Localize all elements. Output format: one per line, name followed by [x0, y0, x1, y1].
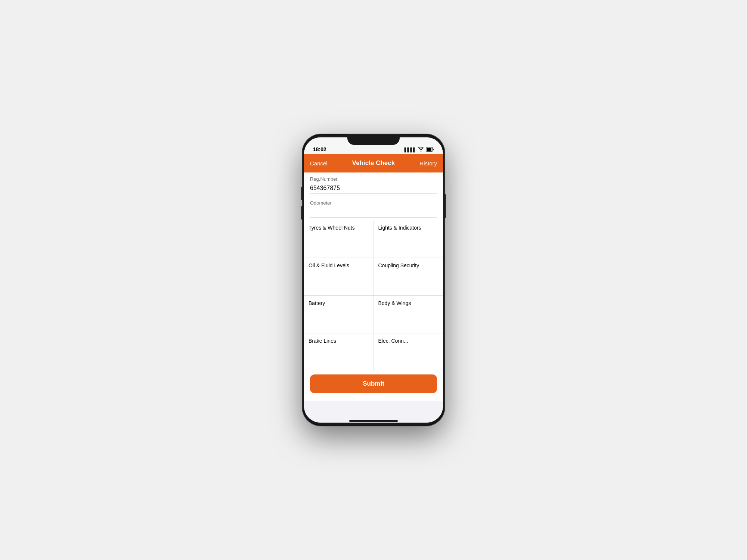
check-cell-battery[interactable]: Battery — [304, 296, 374, 333]
check-cell-coupling[interactable]: Coupling Security — [374, 258, 443, 295]
check-cell-battery-label: Battery — [309, 300, 325, 306]
volume-down-button — [301, 206, 303, 220]
check-cell-lights[interactable]: Lights & Indicators — [374, 220, 443, 258]
check-items-grid: Tyres & Wheel Nuts Lights & Indicators O… — [304, 220, 443, 371]
check-cell-lights-label: Lights & Indicators — [378, 225, 421, 231]
reg-number-label: Reg.Number — [310, 176, 437, 182]
reg-number-section: Reg.Number 654367875 — [304, 172, 443, 196]
check-cell-body-label: Body & Wings — [378, 300, 411, 306]
status-time: 18:02 — [313, 146, 326, 152]
check-cell-oil[interactable]: Oil & Fluid Levels — [304, 258, 374, 295]
notch — [347, 134, 400, 145]
check-cell-body[interactable]: Body & Wings — [374, 296, 443, 333]
battery-icon — [426, 147, 434, 152]
power-button — [444, 194, 446, 218]
wifi-icon — [418, 147, 424, 152]
check-cell-brake[interactable]: Brake Lines — [304, 333, 374, 371]
check-cell-tyres-label: Tyres & Wheel Nuts — [309, 225, 355, 231]
check-cell-coupling-label: Coupling Security — [378, 262, 419, 268]
submit-bar: Submit — [304, 371, 443, 401]
check-cell-tyres[interactable]: Tyres & Wheel Nuts — [304, 220, 374, 258]
status-icons: ▌▌▌▌ — [405, 147, 434, 152]
screen: 18:02 ▌▌▌▌ — [304, 137, 443, 423]
signal-icon: ▌▌▌▌ — [405, 147, 416, 152]
odometer-input[interactable] — [310, 207, 437, 218]
check-cell-brake-label: Brake Lines — [309, 338, 336, 344]
content-area: Reg.Number 654367875 Odometer Tyres & Wh… — [304, 172, 443, 423]
volume-up-button — [301, 187, 303, 200]
odometer-section: Odometer — [304, 196, 443, 220]
home-indicator — [349, 420, 398, 422]
cancel-button[interactable]: Cancel — [310, 160, 328, 167]
phone-shell: 18:02 ▌▌▌▌ — [303, 134, 444, 426]
page-title: Vehicle Check — [352, 159, 395, 167]
odometer-label: Odometer — [310, 200, 437, 206]
submit-button[interactable]: Submit — [310, 374, 437, 393]
svg-rect-1 — [427, 148, 431, 151]
reg-number-input[interactable]: 654367875 — [310, 183, 437, 194]
nav-bar: Cancel Vehicle Check History — [304, 154, 443, 172]
check-cell-elec-label: Elec. Conn... — [378, 338, 408, 344]
check-cell-elec[interactable]: Elec. Conn... — [374, 333, 443, 371]
scene: 18:02 ▌▌▌▌ — [0, 0, 747, 560]
history-button[interactable]: History — [419, 160, 437, 167]
check-cell-oil-label: Oil & Fluid Levels — [309, 262, 349, 268]
